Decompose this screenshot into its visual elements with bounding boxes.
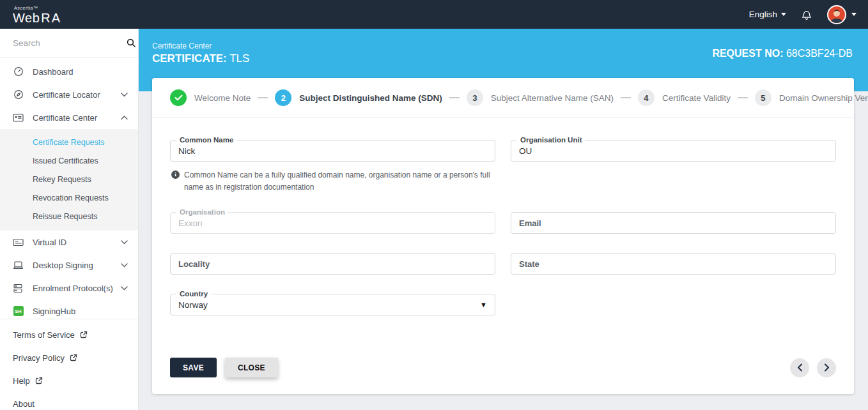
step-label: Domain Ownership Verification — [779, 93, 868, 103]
chevron-down-icon — [121, 240, 128, 245]
submenu-item-reissue-requests[interactable]: Reissue Requests — [0, 207, 138, 225]
organisation-unit-field[interactable]: Organisation Unit OU — [511, 140, 836, 162]
locality-field[interactable]: Locality — [170, 253, 495, 275]
footer-link-label: Help — [13, 376, 30, 386]
search-input[interactable] — [13, 38, 126, 48]
country-label: Country — [176, 289, 211, 298]
submenu-label: Reissue Requests — [33, 212, 97, 221]
submenu-item-certificate-requests[interactable]: Certificate Requests — [0, 133, 138, 151]
email-label: Email — [519, 218, 541, 228]
sidebar-item-signinghub[interactable]: SH SigningHub — [0, 300, 138, 319]
brand-webra-label: WebRA — [13, 11, 61, 25]
save-button[interactable]: SAVE — [170, 358, 217, 377]
sidebar: Dashboard Certificate Locator Certificat… — [0, 29, 139, 410]
main-content: Certificate Center CERTIFICATE: TLS REQU… — [139, 29, 868, 410]
chevron-down-icon — [781, 13, 786, 16]
step-connector — [621, 97, 631, 98]
footer-link-label: About — [13, 399, 35, 409]
compass-icon — [13, 89, 24, 100]
certificate-center-submenu: Certificate Requests Issued Certificates… — [0, 129, 138, 231]
about-link[interactable]: About — [0, 392, 138, 410]
close-button[interactable]: CLOSE — [225, 358, 278, 377]
protocol-icon — [13, 283, 24, 294]
notifications-bell-icon[interactable] — [800, 8, 813, 21]
privacy-policy-link[interactable]: Privacy Policy — [0, 346, 138, 369]
sidebar-item-label: Dashboard — [33, 67, 128, 77]
wizard-card: Welcome Note 2 Subject Distinguished Nam… — [152, 78, 854, 394]
submenu-item-revocation-requests[interactable]: Revocation Requests — [0, 188, 138, 207]
submenu-label: Issued Certificates — [33, 156, 98, 165]
external-link-icon — [70, 354, 77, 361]
sidebar-item-virtual-id[interactable]: Virtual ID — [0, 231, 138, 254]
step-label: Subject Alternative Name (SAN) — [491, 93, 614, 103]
sdn-form: Common Name Nick i Common Name can be a … — [152, 118, 854, 315]
submenu-item-rekey-requests[interactable]: Rekey Requests — [0, 170, 138, 188]
next-step-button[interactable] — [817, 358, 836, 377]
country-select[interactable]: Country Norway ▼ — [170, 294, 495, 315]
sidebar-item-label: Virtual ID — [33, 238, 121, 247]
organisation-field: Organisation Exxon — [170, 212, 495, 234]
submenu-item-issued-certificates[interactable]: Issued Certificates — [0, 151, 138, 170]
organisation-unit-label: Organisation Unit — [517, 135, 585, 144]
help-link[interactable]: Help — [0, 369, 138, 392]
dropdown-arrow-icon: ▼ — [480, 301, 487, 308]
common-name-field[interactable]: Common Name Nick — [170, 140, 495, 162]
sidebar-item-label: Certificate Center — [33, 113, 121, 123]
step-domain-ownership[interactable]: 5 Domain Ownership Verification — [755, 89, 868, 106]
step-welcome-note[interactable]: Welcome Note — [170, 89, 251, 106]
request-number: REQUEST NO: 68C3BF24-DB — [712, 48, 853, 59]
common-name-label: Common Name — [176, 135, 236, 144]
user-menu[interactable] — [827, 5, 856, 24]
terms-of-service-link[interactable]: Terms of Service — [0, 323, 138, 346]
top-bar: Ascertia™ WebRA English — [0, 0, 868, 29]
sidebar-item-label: Certificate Locator — [33, 90, 121, 100]
external-link-icon — [35, 377, 43, 384]
step-connector — [738, 97, 748, 98]
state-field[interactable]: State — [511, 253, 836, 275]
sidebar-footer: Terms of Service Privacy Policy Help Abo… — [0, 319, 138, 410]
sidebar-item-certificate-locator[interactable]: Certificate Locator — [0, 83, 138, 106]
footer-link-label: Terms of Service — [13, 330, 75, 340]
locality-label: Locality — [178, 259, 210, 269]
page-title: CERTIFICATE: TLS — [152, 52, 249, 65]
breadcrumb: Certificate Center — [152, 42, 249, 50]
info-text: Common Name can be a fully qualified dom… — [184, 169, 495, 193]
check-icon — [170, 89, 187, 106]
chevron-down-icon — [121, 263, 128, 268]
step-number: 3 — [467, 89, 483, 106]
common-name-value: Nick — [178, 146, 195, 156]
step-label: Welcome Note — [194, 93, 251, 103]
email-field[interactable]: Email — [511, 212, 836, 234]
language-dropdown[interactable]: English — [749, 10, 786, 19]
submenu-label: Revocation Requests — [33, 194, 109, 202]
chevron-down-icon — [121, 93, 128, 97]
language-label: English — [749, 10, 777, 19]
chevron-up-icon — [121, 116, 128, 120]
state-label: State — [519, 259, 539, 269]
step-san[interactable]: 3 Subject Alternative Name (SAN) — [467, 89, 614, 106]
search-icon[interactable] — [126, 38, 136, 48]
previous-step-button[interactable] — [790, 358, 809, 377]
sidebar-item-desktop-signing[interactable]: Desktop Signing — [0, 254, 138, 277]
chevron-down-icon — [851, 13, 856, 16]
info-icon: i — [171, 171, 180, 179]
certificate-card-icon — [13, 112, 24, 123]
signinghub-badge: SH — [13, 306, 24, 317]
step-certificate-validity[interactable]: 4 Certificate Validity — [638, 89, 731, 106]
sidebar-item-enrolment-protocols[interactable]: Enrolment Protocol(s) — [0, 277, 138, 300]
sidebar-item-label: Enrolment Protocol(s) — [33, 284, 121, 293]
organisation-value: Exxon — [178, 218, 203, 228]
step-number: 4 — [638, 89, 655, 106]
country-value: Norway — [178, 300, 208, 310]
external-link-icon — [80, 331, 88, 338]
submenu-label: Certificate Requests — [33, 138, 105, 147]
organisation-label: Organisation — [176, 208, 228, 216]
step-connector — [449, 97, 460, 98]
organisation-unit-value: OU — [519, 146, 532, 156]
dashboard-gauge-icon — [13, 66, 24, 77]
step-label: Certificate Validity — [662, 93, 731, 103]
sidebar-item-certificate-center[interactable]: Certificate Center — [0, 106, 138, 129]
step-sdn[interactable]: 2 Subject Distinguished Name (SDN) — [275, 89, 442, 106]
sidebar-item-dashboard[interactable]: Dashboard — [0, 60, 138, 83]
wizard-stepper: Welcome Note 2 Subject Distinguished Nam… — [152, 78, 854, 118]
